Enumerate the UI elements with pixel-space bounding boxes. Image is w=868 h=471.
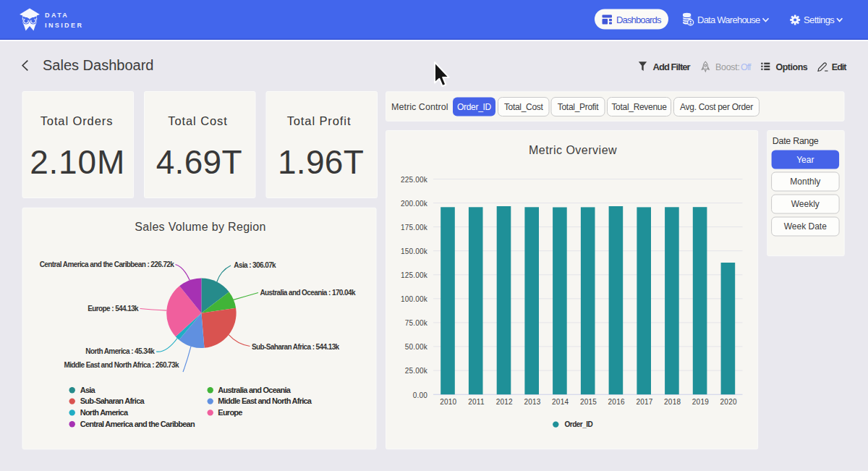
svg-text:2017: 2017: [636, 398, 652, 406]
svg-text:Weekly: Weekly: [791, 199, 820, 209]
svg-text:Australia and Oceania: Australia and Oceania: [218, 386, 291, 394]
svg-text:2015: 2015: [580, 398, 597, 406]
svg-text:175.00k: 175.00k: [401, 224, 428, 232]
svg-text:Sales Volume by Region: Sales Volume by Region: [135, 221, 265, 233]
svg-text:Date Range: Date Range: [773, 136, 819, 146]
svg-text:Middle East and North Africa :: Middle East and North Africa : 260.73k: [64, 361, 179, 369]
svg-text:Boost:: Boost:: [715, 62, 740, 72]
svg-text:North America : 45.34k: North America : 45.34k: [85, 347, 155, 355]
svg-text:2016: 2016: [608, 398, 625, 406]
svg-text:Edit: Edit: [832, 62, 847, 72]
svg-text:Order_ID: Order_ID: [457, 102, 492, 112]
svg-text:200.00k: 200.00k: [401, 200, 428, 208]
svg-text:2020: 2020: [720, 398, 737, 406]
svg-text:Order_ID: Order_ID: [565, 420, 593, 428]
svg-text:DATA: DATA: [45, 12, 69, 19]
svg-text:Week Date: Week Date: [784, 221, 827, 232]
svg-text:Year: Year: [796, 155, 814, 165]
svg-text:Total Orders: Total Orders: [41, 114, 114, 127]
svg-text:Central America and the Caribb: Central America and the Caribbean: [80, 420, 195, 428]
svg-text:Asia: Asia: [80, 386, 96, 394]
svg-text:Monthly: Monthly: [790, 177, 820, 187]
svg-text:2012: 2012: [496, 398, 513, 406]
svg-text:2.10M: 2.10M: [30, 143, 125, 181]
svg-text:2010: 2010: [440, 398, 456, 406]
svg-text:Off: Off: [741, 62, 752, 72]
svg-text:1.96T: 1.96T: [278, 143, 364, 181]
svg-text:Metric Control: Metric Control: [391, 102, 448, 112]
svg-text:2011: 2011: [468, 398, 485, 406]
svg-text:Metric Overview: Metric Overview: [529, 144, 617, 156]
svg-text:Data Warehouse: Data Warehouse: [697, 14, 760, 25]
svg-text:Total Profit: Total Profit: [287, 114, 352, 127]
svg-text:Europe : 544.13k: Europe : 544.13k: [88, 305, 139, 313]
svg-text:Dashboards: Dashboards: [616, 14, 662, 25]
svg-text:Settings: Settings: [804, 14, 835, 25]
svg-text:125.00k: 125.00k: [401, 271, 428, 279]
svg-text:0.00: 0.00: [413, 391, 428, 399]
svg-text:North America: North America: [80, 408, 129, 417]
svg-text:Middle East and North Africa: Middle East and North Africa: [218, 396, 312, 405]
svg-text:Total Cost: Total Cost: [168, 114, 227, 127]
svg-text:50.00k: 50.00k: [405, 343, 428, 351]
svg-text:Europe: Europe: [218, 408, 242, 417]
svg-text:INSIDER: INSIDER: [45, 22, 83, 29]
svg-text:Avg. Cost per Order: Avg. Cost per Order: [680, 102, 753, 112]
svg-text:Add Filter: Add Filter: [653, 61, 691, 72]
svg-text:Total_Revenue: Total_Revenue: [611, 102, 667, 112]
svg-text:Total_Cost: Total_Cost: [504, 102, 544, 112]
svg-text:Sub-Saharan Africa : 544.13k: Sub-Saharan Africa : 544.13k: [252, 343, 340, 351]
svg-text:Sales Dashboard: Sales Dashboard: [43, 57, 153, 73]
svg-text:225.00k: 225.00k: [401, 176, 428, 184]
svg-text:Central America and the Caribb: Central America and the Caribbean : 226.…: [40, 260, 175, 268]
svg-text:2013: 2013: [524, 398, 540, 406]
svg-text:Australia and Oceania : 170.04: Australia and Oceania : 170.04k: [260, 289, 356, 297]
svg-text:100.00k: 100.00k: [401, 295, 428, 303]
svg-text:Options: Options: [776, 62, 808, 72]
svg-text:Asia : 306.07k: Asia : 306.07k: [234, 261, 276, 269]
svg-text:4.69T: 4.69T: [156, 143, 242, 181]
svg-text:Total_Profit: Total_Profit: [558, 102, 599, 112]
svg-text:75.00k: 75.00k: [405, 319, 428, 327]
svg-text:2014: 2014: [552, 398, 569, 406]
svg-text:2019: 2019: [692, 398, 709, 406]
svg-text:25.00k: 25.00k: [405, 367, 428, 375]
svg-text:2018: 2018: [664, 398, 681, 406]
svg-text:150.00k: 150.00k: [401, 247, 428, 255]
svg-text:Sub-Saharan Africa: Sub-Saharan Africa: [80, 396, 145, 405]
